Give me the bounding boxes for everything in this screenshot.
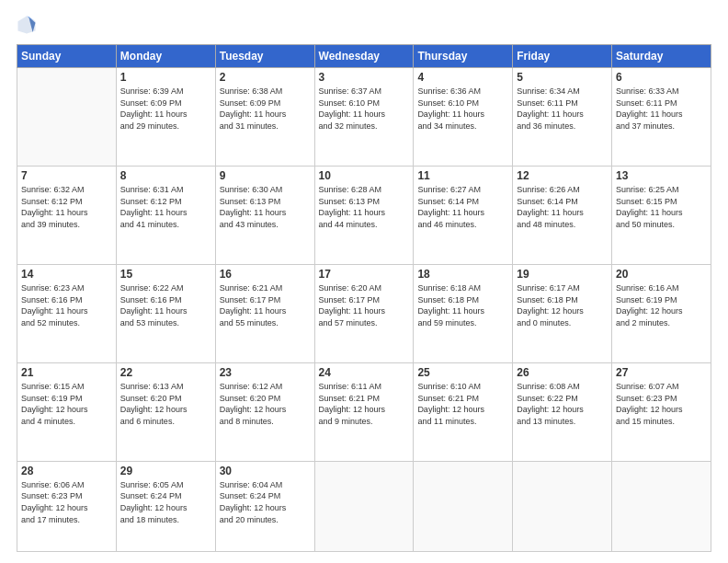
calendar-week-row: 21Sunrise: 6:15 AM Sunset: 6:19 PM Dayli… — [17, 362, 711, 461]
day-info: Sunrise: 6:17 AM Sunset: 6:18 PM Dayligh… — [517, 282, 608, 328]
calendar-cell: 11Sunrise: 6:27 AM Sunset: 6:14 PM Dayli… — [414, 166, 513, 264]
calendar-cell: 5Sunrise: 6:34 AM Sunset: 6:11 PM Daylig… — [513, 68, 612, 167]
calendar-week-row: 1Sunrise: 6:39 AM Sunset: 6:09 PM Daylig… — [17, 68, 711, 167]
calendar-header-saturday: Saturday — [612, 45, 711, 68]
calendar-cell: 3Sunrise: 6:37 AM Sunset: 6:10 PM Daylig… — [314, 68, 414, 167]
day-info: Sunrise: 6:33 AM Sunset: 6:11 PM Dayligh… — [616, 86, 707, 132]
day-number: 1 — [120, 71, 211, 84]
calendar-cell: 13Sunrise: 6:25 AM Sunset: 6:15 PM Dayli… — [612, 166, 711, 264]
calendar-cell: 16Sunrise: 6:21 AM Sunset: 6:17 PM Dayli… — [215, 264, 314, 362]
day-info: Sunrise: 6:25 AM Sunset: 6:15 PM Dayligh… — [616, 184, 707, 230]
calendar-cell: 4Sunrise: 6:36 AM Sunset: 6:10 PM Daylig… — [414, 68, 513, 167]
day-number: 10 — [319, 169, 410, 182]
day-info: Sunrise: 6:05 AM Sunset: 6:24 PM Dayligh… — [120, 479, 211, 525]
calendar-cell: 30Sunrise: 6:04 AM Sunset: 6:24 PM Dayli… — [215, 461, 314, 551]
day-info: Sunrise: 6:08 AM Sunset: 6:22 PM Dayligh… — [517, 381, 608, 427]
day-number: 15 — [120, 268, 211, 281]
calendar-header-monday: Monday — [116, 45, 215, 68]
calendar-cell: 28Sunrise: 6:06 AM Sunset: 6:23 PM Dayli… — [17, 461, 117, 551]
calendar-week-row: 14Sunrise: 6:23 AM Sunset: 6:16 PM Dayli… — [17, 264, 711, 362]
calendar-cell: 21Sunrise: 6:15 AM Sunset: 6:19 PM Dayli… — [17, 362, 117, 461]
day-info: Sunrise: 6:10 AM Sunset: 6:21 PM Dayligh… — [417, 381, 508, 427]
calendar-header-friday: Friday — [513, 45, 612, 68]
day-number: 26 — [517, 366, 608, 379]
calendar-cell — [414, 461, 513, 551]
calendar-cell: 27Sunrise: 6:07 AM Sunset: 6:23 PM Dayli… — [612, 362, 711, 461]
day-info: Sunrise: 6:07 AM Sunset: 6:23 PM Dayligh… — [616, 381, 707, 427]
day-info: Sunrise: 6:26 AM Sunset: 6:14 PM Dayligh… — [517, 184, 608, 230]
day-info: Sunrise: 6:22 AM Sunset: 6:16 PM Dayligh… — [120, 282, 211, 328]
day-info: Sunrise: 6:39 AM Sunset: 6:09 PM Dayligh… — [120, 86, 211, 132]
calendar-header-wednesday: Wednesday — [314, 45, 414, 68]
day-info: Sunrise: 6:32 AM Sunset: 6:12 PM Dayligh… — [21, 184, 112, 230]
calendar-cell: 14Sunrise: 6:23 AM Sunset: 6:16 PM Dayli… — [17, 264, 117, 362]
calendar-cell: 29Sunrise: 6:05 AM Sunset: 6:24 PM Dayli… — [116, 461, 215, 551]
day-number: 27 — [616, 366, 707, 379]
calendar-cell: 22Sunrise: 6:13 AM Sunset: 6:20 PM Dayli… — [116, 362, 215, 461]
day-info: Sunrise: 6:12 AM Sunset: 6:20 PM Dayligh… — [220, 381, 311, 427]
calendar-cell: 10Sunrise: 6:28 AM Sunset: 6:13 PM Dayli… — [314, 166, 414, 264]
day-number: 5 — [517, 71, 608, 84]
day-info: Sunrise: 6:11 AM Sunset: 6:21 PM Dayligh… — [319, 381, 410, 427]
calendar-header-sunday: Sunday — [17, 45, 117, 68]
calendar-week-row: 7Sunrise: 6:32 AM Sunset: 6:12 PM Daylig… — [17, 166, 711, 264]
day-info: Sunrise: 6:37 AM Sunset: 6:10 PM Dayligh… — [319, 86, 410, 132]
day-number: 22 — [120, 366, 211, 379]
calendar-cell: 7Sunrise: 6:32 AM Sunset: 6:12 PM Daylig… — [17, 166, 117, 264]
calendar-cell: 24Sunrise: 6:11 AM Sunset: 6:21 PM Dayli… — [314, 362, 414, 461]
day-info: Sunrise: 6:06 AM Sunset: 6:23 PM Dayligh… — [21, 479, 112, 525]
calendar-cell: 1Sunrise: 6:39 AM Sunset: 6:09 PM Daylig… — [116, 68, 215, 167]
calendar-cell: 12Sunrise: 6:26 AM Sunset: 6:14 PM Dayli… — [513, 166, 612, 264]
calendar-cell: 18Sunrise: 6:18 AM Sunset: 6:18 PM Dayli… — [414, 264, 513, 362]
day-info: Sunrise: 6:28 AM Sunset: 6:13 PM Dayligh… — [319, 184, 410, 230]
day-number: 12 — [517, 169, 608, 182]
day-info: Sunrise: 6:15 AM Sunset: 6:19 PM Dayligh… — [21, 381, 112, 427]
day-number: 16 — [220, 268, 311, 281]
day-info: Sunrise: 6:27 AM Sunset: 6:14 PM Dayligh… — [417, 184, 508, 230]
day-number: 3 — [319, 71, 410, 84]
calendar-header-row: SundayMondayTuesdayWednesdayThursdayFrid… — [17, 45, 711, 68]
day-number: 21 — [21, 366, 112, 379]
calendar-header-tuesday: Tuesday — [215, 45, 314, 68]
day-info: Sunrise: 6:18 AM Sunset: 6:18 PM Dayligh… — [417, 282, 508, 328]
calendar-header-thursday: Thursday — [414, 45, 513, 68]
day-info: Sunrise: 6:21 AM Sunset: 6:17 PM Dayligh… — [220, 282, 311, 328]
calendar-cell: 19Sunrise: 6:17 AM Sunset: 6:18 PM Dayli… — [513, 264, 612, 362]
calendar-cell: 6Sunrise: 6:33 AM Sunset: 6:11 PM Daylig… — [612, 68, 711, 167]
page: SundayMondayTuesdayWednesdayThursdayFrid… — [0, 0, 728, 563]
day-number: 4 — [417, 71, 508, 84]
day-number: 8 — [120, 169, 211, 182]
day-number: 30 — [220, 465, 311, 477]
calendar-cell: 8Sunrise: 6:31 AM Sunset: 6:12 PM Daylig… — [116, 166, 215, 264]
day-info: Sunrise: 6:20 AM Sunset: 6:17 PM Dayligh… — [319, 282, 410, 328]
calendar-cell — [17, 68, 117, 167]
day-number: 6 — [616, 71, 707, 84]
day-info: Sunrise: 6:23 AM Sunset: 6:16 PM Dayligh… — [21, 282, 112, 328]
day-number: 28 — [21, 465, 112, 477]
day-info: Sunrise: 6:30 AM Sunset: 6:13 PM Dayligh… — [220, 184, 311, 230]
day-info: Sunrise: 6:31 AM Sunset: 6:12 PM Dayligh… — [120, 184, 211, 230]
calendar-cell: 2Sunrise: 6:38 AM Sunset: 6:09 PM Daylig… — [215, 68, 314, 167]
day-info: Sunrise: 6:34 AM Sunset: 6:11 PM Dayligh… — [517, 86, 608, 132]
calendar-cell: 17Sunrise: 6:20 AM Sunset: 6:17 PM Dayli… — [314, 264, 414, 362]
calendar-cell — [612, 461, 711, 551]
calendar-cell: 25Sunrise: 6:10 AM Sunset: 6:21 PM Dayli… — [414, 362, 513, 461]
day-number: 25 — [417, 366, 508, 379]
day-number: 23 — [220, 366, 311, 379]
logo — [17, 17, 40, 35]
day-info: Sunrise: 6:36 AM Sunset: 6:10 PM Dayligh… — [417, 86, 508, 132]
day-number: 19 — [517, 268, 608, 281]
calendar-cell — [314, 461, 414, 551]
day-number: 11 — [417, 169, 508, 182]
calendar-cell: 26Sunrise: 6:08 AM Sunset: 6:22 PM Dayli… — [513, 362, 612, 461]
day-number: 14 — [21, 268, 112, 281]
day-info: Sunrise: 6:38 AM Sunset: 6:09 PM Dayligh… — [220, 86, 311, 132]
calendar-cell — [513, 461, 612, 551]
header — [17, 17, 711, 35]
day-number: 13 — [616, 169, 707, 182]
day-number: 24 — [319, 366, 410, 379]
day-info: Sunrise: 6:16 AM Sunset: 6:19 PM Dayligh… — [616, 282, 707, 328]
day-info: Sunrise: 6:13 AM Sunset: 6:20 PM Dayligh… — [120, 381, 211, 427]
calendar-cell: 9Sunrise: 6:30 AM Sunset: 6:13 PM Daylig… — [215, 166, 314, 264]
day-number: 2 — [220, 71, 311, 84]
